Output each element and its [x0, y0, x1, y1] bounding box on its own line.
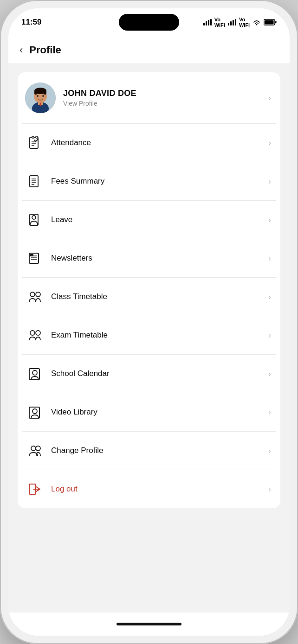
- svg-point-47: [32, 409, 37, 414]
- signal-icon-2: [228, 19, 236, 26]
- exam-timetable-chevron: ›: [268, 331, 271, 340]
- status-icons: VoWiFi VoWiFi: [203, 17, 277, 28]
- menu-item-exam-timetable[interactable]: Exam Timetable ›: [22, 316, 276, 355]
- change-profile-label: Change Profile: [51, 446, 268, 455]
- svg-rect-11: [265, 20, 274, 25]
- newsletters-chevron: ›: [268, 254, 271, 263]
- vowifi-label: VoWiFi: [214, 17, 225, 28]
- home-indicator: [117, 623, 181, 625]
- back-button[interactable]: ‹: [19, 44, 23, 56]
- logout-label: Log out: [51, 485, 268, 494]
- leave-chevron: ›: [268, 215, 271, 225]
- svg-point-42: [30, 331, 35, 335]
- video-library-icon: [25, 402, 45, 422]
- status-time: 11:59: [21, 18, 41, 27]
- svg-point-48: [31, 446, 36, 451]
- svg-rect-6: [233, 20, 234, 26]
- school-calendar-icon: [25, 364, 45, 383]
- attendance-chevron: ›: [268, 138, 271, 148]
- svg-rect-5: [230, 21, 232, 26]
- video-library-chevron: ›: [268, 408, 271, 417]
- leave-icon: [25, 210, 45, 230]
- svg-point-19: [37, 95, 39, 97]
- avatar: [25, 83, 56, 113]
- menu-item-school-calendar[interactable]: School Calendar ›: [22, 355, 276, 393]
- exam-timetable-label: Exam Timetable: [51, 331, 268, 340]
- menu-item-change-profile[interactable]: Change Profile ›: [22, 432, 276, 470]
- svg-rect-18: [44, 91, 46, 95]
- profile-info: JOHN DAVID DOE View Profile: [63, 89, 268, 107]
- svg-rect-3: [210, 19, 212, 26]
- svg-rect-7: [235, 19, 236, 26]
- svg-point-20: [42, 95, 44, 97]
- svg-rect-22: [30, 137, 38, 148]
- view-profile-label: View Profile: [63, 100, 268, 107]
- profile-name: JOHN DAVID DOE: [63, 89, 268, 98]
- svg-rect-1: [206, 21, 207, 26]
- fees-chevron: ›: [268, 177, 271, 186]
- menu-item-class-timetable[interactable]: Class Timetable ›: [22, 278, 276, 316]
- profile-chevron: ›: [268, 93, 271, 103]
- class-timetable-chevron: ›: [268, 292, 271, 302]
- video-library-label: Video Library: [51, 408, 268, 417]
- newsletters-icon: [25, 249, 45, 268]
- school-calendar-chevron: ›: [268, 369, 271, 379]
- page-header: ‹ Profile: [8, 36, 290, 64]
- menu-item-attendance[interactable]: Attendance ›: [22, 124, 276, 162]
- logout-icon: [25, 479, 45, 499]
- svg-rect-28: [30, 176, 38, 187]
- newsletters-label: Newsletters: [51, 254, 268, 263]
- bottom-bar: [8, 612, 290, 636]
- attendance-icon: [25, 133, 45, 153]
- attendance-label: Attendance: [51, 138, 268, 147]
- phone-frame: 11:59 VoWiFi VoWiFi: [0, 0, 298, 644]
- status-bar: 11:59 VoWiFi VoWiFi: [8, 8, 290, 36]
- svg-point-40: [30, 292, 35, 297]
- svg-rect-10: [275, 21, 277, 24]
- profile-row[interactable]: JOHN DAVID DOE View Profile ›: [22, 72, 276, 124]
- fees-label: Fees Summary: [51, 177, 268, 186]
- svg-point-34: [32, 216, 36, 219]
- page-title: Profile: [29, 44, 61, 56]
- svg-rect-39: [30, 254, 33, 256]
- phone-screen: 11:59 VoWiFi VoWiFi: [8, 8, 290, 636]
- vowifi-label-2: VoWiFi: [239, 17, 250, 28]
- dynamic-island: [119, 14, 179, 31]
- menu-item-fees[interactable]: Fees Summary ›: [22, 162, 276, 201]
- change-profile-chevron: ›: [268, 446, 271, 456]
- svg-point-45: [32, 370, 37, 375]
- class-timetable-label: Class Timetable: [51, 292, 268, 301]
- svg-rect-24: [36, 136, 38, 138]
- svg-rect-0: [203, 23, 205, 26]
- battery-icon: [264, 19, 277, 26]
- svg-point-41: [36, 292, 40, 297]
- fees-icon: [25, 172, 45, 191]
- logout-chevron: ›: [268, 485, 271, 494]
- svg-point-49: [36, 446, 40, 451]
- menu-item-video-library[interactable]: Video Library ›: [22, 393, 276, 432]
- menu-item-newsletters[interactable]: Newsletters ›: [22, 239, 276, 278]
- svg-rect-23: [32, 136, 34, 138]
- svg-rect-17: [34, 91, 37, 95]
- leave-label: Leave: [51, 215, 268, 224]
- wifi-icon: [253, 19, 261, 26]
- svg-rect-4: [228, 23, 229, 26]
- menu-card: JOHN DAVID DOE View Profile ›: [18, 72, 280, 508]
- signal-icon: [203, 19, 212, 26]
- change-profile-icon: [25, 441, 45, 460]
- menu-item-logout[interactable]: Log out ›: [22, 470, 276, 508]
- svg-rect-2: [208, 20, 209, 26]
- school-calendar-label: School Calendar: [51, 369, 268, 378]
- svg-point-8: [256, 24, 258, 26]
- menu-item-leave[interactable]: Leave ›: [22, 201, 276, 239]
- exam-timetable-icon: [25, 325, 45, 345]
- content-area: JOHN DAVID DOE View Profile ›: [8, 64, 290, 612]
- svg-point-43: [36, 331, 40, 335]
- class-timetable-icon: [25, 287, 45, 306]
